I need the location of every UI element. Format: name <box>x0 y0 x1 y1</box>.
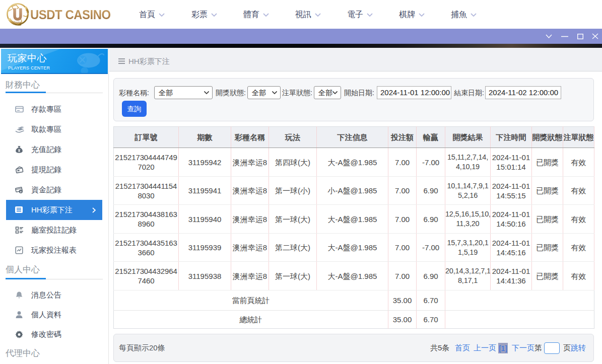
svg-text:Casino: Casino <box>14 21 22 24</box>
